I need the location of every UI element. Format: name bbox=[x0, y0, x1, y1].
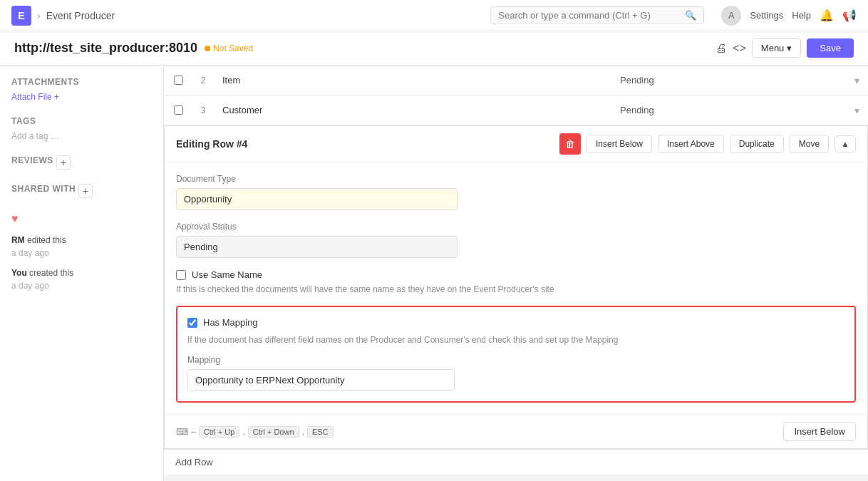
comma2: , bbox=[302, 427, 304, 437]
title-area: http://test_site_producer:8010 Not Saved bbox=[14, 41, 253, 56]
approval-status-select[interactable]: Pending bbox=[176, 236, 458, 258]
menu-button[interactable]: Menu ▾ bbox=[752, 38, 802, 58]
duplicate-button[interactable]: Duplicate bbox=[730, 135, 784, 153]
breadcrumb-text: Event Producer bbox=[46, 10, 115, 21]
approval-status-field: Approval Status Pending bbox=[176, 222, 856, 258]
tags-label: Tags bbox=[11, 116, 152, 126]
kbd-ctrl-up: Ctrl + Up bbox=[199, 426, 240, 438]
add-row-bar: Add Row bbox=[164, 449, 868, 475]
row-status-2: Pending bbox=[611, 68, 811, 93]
main-layout: Attachments Attach File + Tags Add a tag… bbox=[0, 66, 868, 481]
menu-chevron-icon: ▾ bbox=[787, 43, 792, 53]
document-type-field: Document Type bbox=[176, 174, 856, 210]
print-icon[interactable]: 🖨 bbox=[715, 42, 727, 55]
top-nav: E › Event Producer 🔍 A Settings Help 🔔 📢 bbox=[0, 0, 868, 31]
add-shared-button[interactable]: + bbox=[78, 184, 93, 198]
insert-above-button[interactable]: Insert Above bbox=[658, 135, 724, 153]
attach-file-link[interactable]: Attach File + bbox=[11, 92, 59, 102]
keyboard-icon: ⌨ bbox=[176, 427, 188, 437]
help-button[interactable]: Help bbox=[792, 10, 811, 21]
document-type-label: Document Type bbox=[176, 174, 856, 184]
row-name-3: Customer bbox=[214, 98, 611, 123]
attachments-label: Attachments bbox=[11, 77, 152, 87]
row-num-2: 2 bbox=[192, 76, 214, 86]
editing-body: Document Type Approval Status Pending Us… bbox=[165, 162, 867, 414]
sidebar-attachments: Attachments Attach File + bbox=[11, 77, 152, 102]
sidebar-shared-with: Shared With + bbox=[11, 184, 152, 198]
main-content: 2 Item Pending ▾ 3 Customer Pending ▾ bbox=[164, 66, 868, 481]
has-mapping-checkbox[interactable] bbox=[187, 318, 197, 328]
table-row: 2 Item Pending ▾ bbox=[164, 66, 868, 95]
search-icon: 🔍 bbox=[685, 10, 696, 21]
search-input[interactable] bbox=[498, 10, 681, 21]
sidebar-activity: ♥ RM edited thisa day ago You created th… bbox=[11, 212, 152, 292]
row-action-3: ▾ bbox=[811, 105, 868, 116]
row-expand-icon-2[interactable]: ▾ bbox=[854, 75, 859, 86]
sidebar-reviews: Reviews + bbox=[11, 155, 152, 170]
row-checkbox-cell-3 bbox=[164, 105, 192, 115]
use-same-name-row: Use Same Name bbox=[176, 269, 856, 280]
header-actions: 🖨 <> Menu ▾ Save bbox=[715, 38, 854, 58]
page-title: http://test_site_producer:8010 bbox=[14, 41, 197, 56]
has-mapping-desc: If the document has different field name… bbox=[187, 333, 844, 346]
breadcrumb-sep: › bbox=[37, 10, 41, 21]
row-checkbox-2[interactable] bbox=[174, 76, 183, 85]
status-text: Not Saved bbox=[213, 43, 253, 53]
row-num-3: 3 bbox=[192, 105, 214, 115]
use-same-name-help: If this is checked the documents will ha… bbox=[176, 283, 856, 296]
mapping-label: Mapping bbox=[187, 355, 844, 365]
comma: , bbox=[242, 427, 244, 437]
table-row: 3 Customer Pending ▾ bbox=[164, 95, 868, 125]
table-area: 2 Item Pending ▾ 3 Customer Pending ▾ bbox=[164, 66, 868, 125]
status-dot bbox=[205, 46, 210, 51]
collapse-button[interactable]: ▲ bbox=[835, 135, 856, 152]
code-icon[interactable]: <> bbox=[733, 42, 746, 55]
megaphone-icon[interactable]: 📢 bbox=[842, 9, 857, 22]
has-mapping-label: Has Mapping bbox=[203, 317, 258, 328]
editing-footer: ⌨ – Ctrl + Up , Ctrl + Down , ESC Insert… bbox=[165, 414, 867, 448]
kbd-esc: ESC bbox=[307, 426, 334, 438]
row-action-2: ▾ bbox=[811, 75, 868, 86]
sep: – bbox=[191, 427, 196, 437]
editing-header: Editing Row #4 🗑 Insert Below Insert Abo… bbox=[165, 126, 867, 162]
footer-insert-below-button[interactable]: Insert Below bbox=[783, 422, 856, 441]
reviews-label: Reviews bbox=[11, 155, 53, 165]
nav-actions: A Settings Help 🔔 📢 bbox=[721, 6, 857, 26]
sidebar-tags: Tags Add a tag … bbox=[11, 116, 152, 141]
kbd-ctrl-down: Ctrl + Down bbox=[248, 426, 299, 438]
mapping-input[interactable] bbox=[187, 369, 455, 391]
shared-with-label: Shared With bbox=[11, 184, 76, 194]
row-name-2: Item bbox=[214, 68, 611, 93]
mapping-box: Has Mapping If the document has differen… bbox=[176, 306, 856, 403]
avatar: A bbox=[721, 6, 741, 26]
delete-button[interactable]: 🗑 bbox=[559, 133, 581, 155]
approval-status-label: Approval Status bbox=[176, 222, 856, 232]
search-bar[interactable]: 🔍 bbox=[490, 6, 704, 24]
heart-icon: ♥ bbox=[11, 212, 152, 225]
settings-button[interactable]: Settings bbox=[750, 10, 783, 21]
add-row-link[interactable]: Add Row bbox=[175, 457, 213, 467]
row-checkbox-cell-2 bbox=[164, 76, 192, 85]
row-expand-icon-3[interactable]: ▾ bbox=[854, 105, 859, 116]
move-button[interactable]: Move bbox=[790, 135, 829, 153]
page-header: http://test_site_producer:8010 Not Saved… bbox=[0, 31, 868, 66]
sidebar: Attachments Attach File + Tags Add a tag… bbox=[0, 66, 164, 481]
insert-below-button[interactable]: Insert Below bbox=[587, 135, 652, 153]
app-logo: E bbox=[11, 6, 31, 26]
notifications-icon[interactable]: 🔔 bbox=[820, 9, 834, 22]
row-status-3: Pending bbox=[611, 98, 811, 123]
use-same-name-label: Use Same Name bbox=[192, 269, 262, 280]
document-type-input[interactable] bbox=[176, 188, 458, 210]
add-tag-link[interactable]: Add a tag … bbox=[11, 131, 59, 141]
keyboard-hints: ⌨ – Ctrl + Up , Ctrl + Down , ESC bbox=[176, 426, 334, 438]
activity-item-rm: RM edited thisa day ago bbox=[11, 234, 152, 259]
row-checkbox-3[interactable] bbox=[174, 105, 183, 115]
editing-panel: Editing Row #4 🗑 Insert Below Insert Abo… bbox=[164, 125, 868, 449]
has-mapping-row: Has Mapping bbox=[187, 317, 844, 328]
activity-item-you: You created thisa day ago bbox=[11, 267, 152, 292]
use-same-name-checkbox[interactable] bbox=[176, 270, 186, 280]
editing-title: Editing Row #4 bbox=[176, 138, 247, 150]
not-saved-badge: Not Saved bbox=[205, 43, 253, 53]
save-button[interactable]: Save bbox=[807, 38, 854, 58]
add-review-button[interactable]: + bbox=[56, 155, 71, 170]
